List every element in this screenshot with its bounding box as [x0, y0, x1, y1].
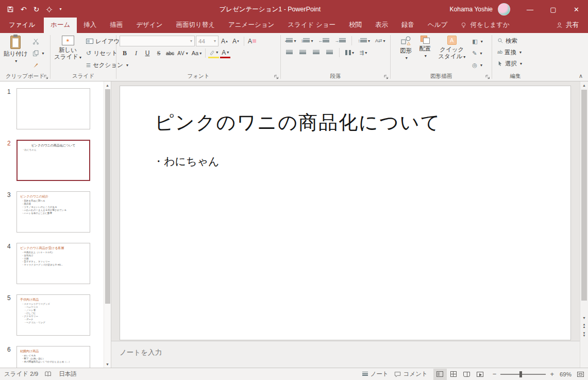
new-slide-button[interactable]: ✶ 新しいスライド▾ [52, 34, 84, 61]
select-button[interactable]: 選択▾ [495, 58, 535, 69]
share-button[interactable]: 共有 [547, 18, 588, 33]
scroll-up-arrow[interactable]: ▲ [104, 81, 111, 89]
touch-mode-button[interactable] [46, 6, 53, 13]
shape-fill-button[interactable]: ◧▾ [470, 36, 484, 47]
zoom-level[interactable]: 69% [560, 371, 572, 377]
slide-thumbnail[interactable]: ピンクのワニの紹介・別名を早めに調べる・商品等・ツキノコといいのところがある・ふ… [16, 191, 90, 233]
quick-styles-button[interactable]: A クイックスタイル▾ [435, 34, 468, 60]
increase-indent-button[interactable]: → [333, 36, 347, 46]
reading-view-button[interactable] [460, 369, 474, 380]
zoom-in-button[interactable]: + [550, 370, 554, 378]
avatar[interactable] [498, 3, 510, 15]
user-name[interactable]: Kohama Yoshie [450, 6, 493, 13]
bold-button[interactable]: B [120, 48, 130, 58]
copy-button[interactable]: ▾ [30, 47, 46, 59]
scroll-up-arrow[interactable]: ▲ [581, 81, 588, 89]
previous-slide-button[interactable]: ▲▲ [580, 321, 588, 330]
zoom-out-button[interactable]: − [493, 370, 497, 378]
tab-inactive[interactable]: デザイン [129, 18, 169, 33]
drawing-dialog-launcher[interactable] [485, 75, 490, 79]
strikethrough-button[interactable]: S [154, 48, 164, 58]
underline-button[interactable]: U [142, 48, 153, 58]
change-case-button[interactable]: Aa▾ [191, 48, 203, 58]
collapse-ribbon-button[interactable]: ∧ [579, 73, 583, 79]
justify-button[interactable] [324, 47, 334, 58]
paragraph-dialog-launcher[interactable] [384, 75, 389, 79]
clear-formatting-button[interactable]: A [247, 36, 257, 46]
slide-thumbnail[interactable]: ピンクのワニ商品が受ける客層・中高生以上（１０～３０代）・女性向け・主婦・親子ギ… [16, 243, 90, 284]
columns-button[interactable]: ▾ [344, 47, 355, 58]
align-center-button[interactable] [297, 47, 308, 58]
slide-sorter-view-button[interactable] [447, 369, 460, 380]
tab-inactive[interactable]: アニメーション [222, 18, 281, 33]
tab-active[interactable]: ホーム [44, 18, 77, 33]
align-left-button[interactable] [284, 47, 294, 58]
tab-inactive[interactable]: 表示 [368, 18, 395, 33]
convert-smartart-button[interactable]: ⇶▾ [358, 47, 368, 58]
text-direction-button[interactable]: A⇄▾ [374, 36, 387, 46]
font-dialog-launcher[interactable] [274, 75, 279, 79]
align-right-button[interactable] [311, 47, 321, 58]
slide-canvas[interactable]: ピンクのワニの商品化について ・わにちゃん [120, 86, 571, 340]
shapes-button[interactable]: 図形▾ [397, 34, 414, 61]
maximize-button[interactable]: ▢ [542, 0, 565, 19]
scrollbar-thumb[interactable] [581, 90, 587, 301]
shape-outline-button[interactable]: ✎▾ [470, 47, 484, 59]
tab-inactive[interactable]: スライド ショー [281, 18, 342, 33]
tab-inactive[interactable]: 校閲 [342, 18, 368, 33]
redo-button[interactable]: ↻ [33, 6, 40, 13]
thumbnail-scrollbar[interactable]: ▲ ▼ [104, 81, 111, 368]
text-shadow-button[interactable]: abc [165, 48, 175, 58]
comments-toggle-button[interactable]: コメント [394, 370, 428, 378]
normal-view-button[interactable] [433, 369, 447, 380]
tell-me-box[interactable]: 何をしますか [454, 18, 515, 33]
notes-pane[interactable]: ノートを入力 [111, 341, 580, 368]
font-size-combobox[interactable]: 44▾ [196, 36, 219, 46]
font-color-button[interactable]: A▾ [220, 48, 230, 58]
tab-inactive[interactable]: 挿入 [77, 18, 103, 33]
customize-qat-button[interactable]: ▾ [59, 6, 61, 13]
paste-button[interactable]: 貼り付け▾ [1, 34, 30, 64]
slide-thumbnail[interactable]: ピンクのワニの商品化について・わにちゃん [16, 140, 90, 181]
close-button[interactable]: ✕ [565, 0, 588, 19]
decrease-indent-button[interactable]: ← [317, 36, 330, 46]
zoom-slider[interactable] [500, 374, 546, 375]
line-spacing-button[interactable]: ↕▾ [357, 36, 371, 46]
cut-button[interactable] [30, 36, 46, 47]
shape-effects-button[interactable]: ◎▾ [470, 59, 484, 71]
italic-button[interactable]: I [131, 48, 141, 58]
slideshow-view-button[interactable] [474, 369, 487, 380]
save-button[interactable] [7, 6, 14, 13]
bullets-button[interactable]: •▾ [284, 36, 297, 46]
tab-inactive[interactable]: 画面切り替え [169, 18, 222, 33]
tab-inactive[interactable]: ヘルプ [421, 18, 454, 33]
slide-thumbnail[interactable]: 子供向け商品・ステーショナリーグッズ ・ペンケース ・ノート等 ・けしごむ・アク… [16, 294, 90, 336]
scrollbar-thumb[interactable] [105, 89, 110, 304]
slide-indicator[interactable]: スライド 2/9 [4, 370, 38, 378]
slide-title-text[interactable]: ピンクのワニの商品化について [155, 110, 441, 136]
slide-bullet-text[interactable]: ・わにちゃん [153, 154, 219, 169]
replace-button[interactable]: ab 置換▾ [495, 46, 535, 58]
zoom-slider-thumb[interactable] [519, 371, 522, 377]
next-slide-button[interactable]: ▼▼ [580, 330, 588, 339]
clipboard-dialog-launcher[interactable] [44, 75, 48, 79]
main-scrollbar[interactable]: ▲ ▼ ▲▲ ▼▼ [580, 81, 588, 368]
grow-font-button[interactable]: A▲ [220, 36, 230, 46]
shrink-font-button[interactable]: A▼ [231, 36, 241, 46]
scroll-down-arrow[interactable]: ▼ [104, 360, 111, 368]
tab-file[interactable]: ファイル [0, 18, 44, 33]
highlight-color-button[interactable]: ▾ [208, 48, 219, 58]
spell-check-button[interactable] [45, 371, 52, 377]
language-indicator[interactable]: 日本語 [59, 370, 77, 378]
character-spacing-button[interactable]: AV▾ [176, 48, 190, 58]
undo-button[interactable]: ↶ [21, 6, 27, 13]
slide-thumbnail[interactable]: 結婚向け商品・ぬいぐるみ・靴下（お揃い含む）・本の関連商品はいくつかのひとまとめ… [16, 346, 90, 368]
numbering-button[interactable]: 1▾ [300, 36, 314, 46]
find-button[interactable]: 検索 [495, 35, 535, 46]
slide-thumbnail[interactable] [16, 88, 90, 129]
scroll-down-arrow[interactable]: ▼ [581, 314, 588, 321]
font-name-combobox[interactable]: ▾ [120, 36, 195, 46]
tab-inactive[interactable]: 録音 [395, 18, 421, 33]
format-painter-button[interactable] [30, 59, 46, 71]
arrange-button[interactable]: 配置▾ [416, 34, 433, 59]
